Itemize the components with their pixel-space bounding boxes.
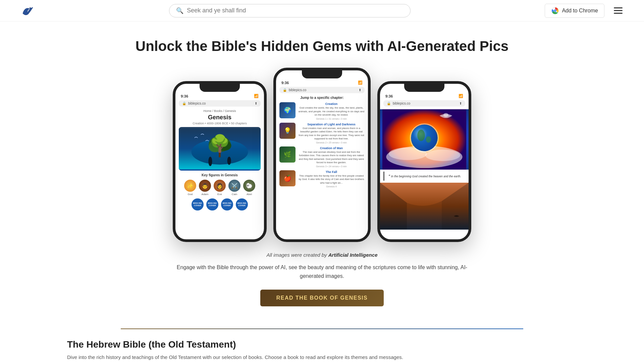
figure-eve: 👩 Eve xyxy=(214,180,226,196)
search-bar: 🔍 xyxy=(169,4,411,17)
svg-point-9 xyxy=(217,141,231,151)
key-figures-title: Key figures in Genesis xyxy=(179,173,261,177)
phone-center-content: Jump to a specific chapter: 🌍 Creation G… xyxy=(276,96,368,194)
search-icon: 🔍 xyxy=(176,7,183,14)
svg-point-19 xyxy=(426,136,431,143)
genesis-book-subtitle: Creation • 4000-1806 BCE • 50 chapters xyxy=(179,122,261,125)
jump-chapter-heading: Jump to a specific chapter: xyxy=(279,96,365,100)
figures-row: ✨ God 👨 Adam 👩 Eve ⚔️ Cain xyxy=(179,180,261,196)
chapter-fall-thumb: 🍎 xyxy=(279,170,296,186)
chrome-icon xyxy=(551,7,559,15)
phone-left: 9:36 📶 🔒 biblepics.co ⬆ Home / Books / G… xyxy=(173,81,267,242)
add-to-chrome-label: Add to Chrome xyxy=(562,8,598,14)
bible-quote-box: “ In the beginning God created the heave… xyxy=(383,172,465,181)
chapter-creation-thumb: 🌍 xyxy=(279,102,296,118)
genesis-hero-image xyxy=(179,127,261,171)
phone-right-url-bar: 🔒 biblepics.co ⬆ xyxy=(383,100,465,107)
phone-center: 9:36 📶 🔒 biblepics.co ⬆ Jump to a specif… xyxy=(273,68,371,242)
svg-point-18 xyxy=(417,130,425,141)
svg-point-4 xyxy=(554,10,556,11)
site-header: 🔍 Add to Chrome xyxy=(0,0,644,21)
svg-point-8 xyxy=(209,141,221,153)
hero-section: Unlock the Bible's Hidden Gems with AI-G… xyxy=(0,21,644,328)
genesis-book-title: Genesis xyxy=(179,114,261,121)
phones-container: 9:36 📶 🔒 biblepics.co ⬆ Home / Books / G… xyxy=(20,68,624,242)
breadcrumb: Home / Books / Genesis xyxy=(179,109,261,113)
svg-point-11 xyxy=(208,157,212,166)
engage-description: Engage with the Bible through the power … xyxy=(171,263,473,280)
canyon-image xyxy=(380,183,469,230)
hamburger-menu-button[interactable] xyxy=(612,6,624,15)
add-to-chrome-button[interactable]: Add to Chrome xyxy=(545,4,604,18)
svg-point-7 xyxy=(209,136,231,152)
svg-point-12 xyxy=(227,157,231,165)
creation-hero-image xyxy=(380,109,469,170)
chapter-man-thumb: 🌿 xyxy=(279,146,296,163)
hero-title: Unlock the Bible's Hidden Gems with AI-G… xyxy=(20,38,624,54)
chapter-creation[interactable]: 🌍 Creation God creates the world, the sk… xyxy=(279,102,365,120)
phone-left-content: Home / Books / Genesis Genesis Creation … xyxy=(175,109,264,214)
logo-bird-icon xyxy=(20,3,35,18)
bible-quote-text: In the beginning God created the heaven … xyxy=(391,175,461,178)
section-divider xyxy=(121,328,523,329)
figure-god: ✨ God xyxy=(184,180,196,196)
search-input[interactable] xyxy=(187,7,404,14)
svg-rect-10 xyxy=(219,151,221,158)
phone-center-status: 9:36 📶 xyxy=(276,70,368,87)
chapter-creation-of-man[interactable]: 🌿 Creation of Man The man and woman diso… xyxy=(279,146,365,168)
svg-point-21 xyxy=(443,113,448,117)
figure-abel: 🐑 Abel xyxy=(243,180,255,196)
logo-area[interactable] xyxy=(20,3,35,18)
chapter-light-darkness[interactable]: 💡 Separation of Light and Darkness God c… xyxy=(279,123,365,144)
old-testament-subtitle: Dive into the rich history and teachings… xyxy=(67,353,577,361)
phone-center-url-bar: 🔒 biblepics.co ⬆ xyxy=(279,87,365,93)
old-testament-title: The Hebrew Bible (the Old Testament) xyxy=(67,339,577,350)
svg-point-6 xyxy=(192,139,248,165)
phone-right: 9:36 📶 🔒 biblepics.co ⬆ xyxy=(377,81,471,242)
missing-covers-row: MISS ING COVER MISS ING COVER MISS ING C… xyxy=(179,198,261,210)
chapter-the-fall[interactable]: 🍎 The Fall This chapter lists the family… xyxy=(279,170,365,188)
figure-cain: ⚔️ Cain xyxy=(228,180,240,196)
phone-left-status: 9:36 📶 xyxy=(175,84,264,100)
header-right: Add to Chrome xyxy=(545,4,624,18)
phone-right-content: “ In the beginning God created the heave… xyxy=(380,109,469,242)
figure-adam: 👨 Adam xyxy=(199,180,211,196)
read-genesis-button[interactable]: READ THE BOOK OF GENESIS xyxy=(260,290,384,306)
svg-point-0 xyxy=(30,7,31,9)
svg-point-16 xyxy=(425,149,460,161)
ai-caption: All images were created by Artificial In… xyxy=(20,252,624,258)
phone-right-status: 9:36 📶 xyxy=(380,84,469,100)
bible-quote-number: “ xyxy=(388,174,390,178)
phone-left-url-bar: 🔒 biblepics.co ⬆ xyxy=(179,100,261,107)
old-testament-section: The Hebrew Bible (the Old Testament) Div… xyxy=(0,339,644,362)
chapter-light-thumb: 💡 xyxy=(279,123,296,139)
